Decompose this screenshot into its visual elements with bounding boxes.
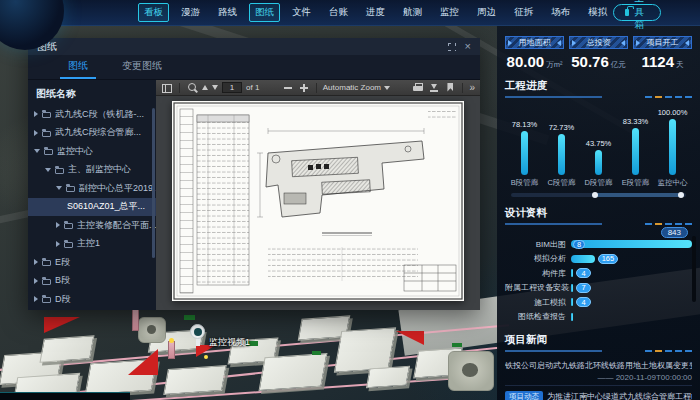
tree-item-1[interactable]: 武九线C段（铁机路-... bbox=[28, 105, 156, 124]
folder-icon bbox=[42, 131, 51, 137]
chevron-down-icon[interactable] bbox=[45, 168, 51, 172]
nav-item-9[interactable]: 监控 bbox=[434, 3, 465, 22]
nav-item-3[interactable]: 路线 bbox=[212, 3, 243, 22]
zoom-select[interactable]: Automatic Zoom bbox=[323, 83, 390, 92]
right-panel: 用地面积 80.00万m² 总投资 50.76亿元 项目开工 1124天 工程进… bbox=[497, 26, 700, 400]
design-row-label: 构件库 bbox=[505, 268, 571, 279]
design-bar-row: 图纸检查报告 bbox=[505, 310, 692, 325]
chevron-right-icon[interactable] bbox=[56, 241, 60, 247]
camera-marker-icon[interactable] bbox=[190, 324, 205, 339]
stat-label: 用地面积 bbox=[519, 37, 551, 48]
chevron-right-icon[interactable] bbox=[34, 130, 38, 136]
design-scrollbar[interactable] bbox=[692, 236, 696, 302]
stat-value: 1124 bbox=[641, 53, 674, 70]
nav-item-11[interactable]: 征拆 bbox=[508, 3, 539, 22]
pdf-viewer: of 1 Automatic Zoom » bbox=[156, 80, 480, 310]
nav-item-12[interactable]: 场布 bbox=[545, 3, 576, 22]
chevron-right-icon[interactable] bbox=[34, 111, 38, 117]
tree-item-9[interactable]: E段 bbox=[28, 253, 156, 272]
section-title: 项目新闻 bbox=[505, 333, 692, 347]
folder-icon bbox=[42, 112, 51, 118]
nav-item-1[interactable]: 看板 bbox=[138, 3, 169, 22]
news-item[interactable]: 项目动态为推进江南中心绿道武九线综合管廊工程PPP项目股权市城建局组织召开江南中… bbox=[505, 386, 692, 400]
tree-item-7[interactable]: 主控装修配合平面... bbox=[28, 216, 156, 235]
page-up-icon[interactable] bbox=[202, 85, 208, 90]
chart-zoom-slider[interactable] bbox=[511, 193, 686, 197]
expand-icon[interactable] bbox=[448, 43, 456, 51]
model-box bbox=[334, 327, 396, 373]
chevron-right-icon[interactable] bbox=[56, 222, 60, 228]
slider-handle[interactable] bbox=[678, 192, 684, 198]
nav-item-2[interactable]: 漫游 bbox=[175, 3, 206, 22]
model-box bbox=[258, 353, 327, 391]
tree-item-4[interactable]: 主、副监控中心 bbox=[28, 161, 156, 180]
slider-handle[interactable] bbox=[592, 192, 598, 198]
pdf-page-area[interactable] bbox=[156, 96, 480, 310]
bar-value-label: 78.13% bbox=[512, 120, 537, 129]
tree-item-5[interactable]: 副控中心总平2019... bbox=[28, 179, 156, 198]
nav-item-13[interactable]: 模拟 bbox=[582, 3, 613, 22]
design-bar-track: 165 bbox=[571, 255, 692, 263]
toolbox-button[interactable]: 工具箱 bbox=[613, 4, 661, 21]
camera-marker-stem bbox=[196, 338, 200, 346]
nav-item-5[interactable]: 文件 bbox=[286, 3, 317, 22]
nav-item-6[interactable]: 台账 bbox=[323, 3, 354, 22]
section-design-data: 设计资料 BIM出图8843模拟分析165构件库4附属工程设备安装7施工模拟4图… bbox=[505, 206, 692, 324]
nav-item-10[interactable]: 周边 bbox=[471, 3, 502, 22]
tab-changed-drawings[interactable]: 变更图纸 bbox=[122, 59, 162, 79]
section-divider bbox=[505, 96, 692, 98]
tab-drawings[interactable]: 图纸 bbox=[68, 59, 88, 79]
camera-marker-label[interactable]: 监控视频1 bbox=[209, 336, 250, 349]
chevron-right-icon[interactable] bbox=[34, 259, 38, 265]
chevron-down-icon[interactable] bbox=[34, 149, 40, 153]
dialog-tabs: 图纸 变更图纸 bbox=[28, 55, 480, 80]
folder-icon bbox=[64, 223, 73, 229]
tree-item-3[interactable]: 监控中心 bbox=[28, 142, 156, 161]
search-icon[interactable] bbox=[186, 82, 198, 94]
stat-value: 80.00 bbox=[507, 53, 545, 70]
stat-total-investment: 总投资 50.76亿元 bbox=[569, 36, 628, 70]
nav-item-7[interactable]: 进度 bbox=[360, 3, 391, 22]
zoom-in-icon[interactable] bbox=[298, 82, 310, 94]
design-bar bbox=[571, 298, 573, 306]
bookmark-icon[interactable] bbox=[444, 82, 456, 94]
drawings-dialog: 图纸 × 图纸 变更图纸 图纸名称 武九线C段（铁机路-...武九线C段综合管廊… bbox=[28, 38, 480, 310]
stat-label: 总投资 bbox=[587, 37, 611, 48]
tree-item-8[interactable]: 主控1 bbox=[28, 235, 156, 254]
red-marker bbox=[44, 317, 80, 333]
drawing-tree: 武九线C段（铁机路-...武九线C段综合管廊...监控中心主、副监控中心副控中心… bbox=[28, 105, 156, 309]
stat-value: 50.76 bbox=[571, 53, 609, 70]
news-item[interactable]: 铁投公司启动武九铁路北环线铁路用地土地权属变更登记工作—— 2020-11-09… bbox=[505, 355, 692, 386]
tree-item-11[interactable]: D段 bbox=[28, 290, 156, 309]
main-nav: 看板漫游路线图纸文件台账进度航测监控周边征拆场布模拟 bbox=[138, 3, 613, 22]
download-icon[interactable] bbox=[428, 82, 440, 94]
sidebar-toggle-icon[interactable] bbox=[161, 82, 173, 94]
page-number-input[interactable] bbox=[222, 82, 242, 93]
tree-item-2[interactable]: 武九线C段综合管廊... bbox=[28, 124, 156, 143]
zoom-out-icon[interactable] bbox=[282, 82, 294, 94]
section-divider bbox=[505, 223, 692, 225]
chevron-right-icon[interactable] bbox=[34, 296, 38, 302]
model-3d-scene[interactable]: 监控视频1 bbox=[0, 295, 520, 400]
nav-item-4[interactable]: 图纸 bbox=[249, 3, 280, 22]
close-icon[interactable]: × bbox=[465, 41, 471, 52]
toolbar-more-icon[interactable]: » bbox=[469, 83, 475, 93]
tree-item-6[interactable]: S0610AZ01_总平... bbox=[28, 198, 156, 217]
green-marker bbox=[312, 351, 321, 355]
progress-bar bbox=[632, 128, 639, 175]
folder-icon bbox=[44, 149, 53, 155]
tree-item-10[interactable]: B段 bbox=[28, 272, 156, 291]
tree-item-label: D段 bbox=[55, 293, 71, 306]
news-title: 为推进江南中心绿道武九线综合管廊工程PPP项目股权 bbox=[547, 390, 692, 400]
chevron-down-icon[interactable] bbox=[56, 186, 62, 190]
design-bar-row: 施工模拟4 bbox=[505, 295, 692, 310]
drawing-sheet bbox=[172, 101, 464, 301]
model-tower bbox=[448, 351, 494, 391]
slider-range[interactable] bbox=[595, 193, 681, 197]
nav-item-8[interactable]: 航测 bbox=[397, 3, 428, 22]
page-down-icon[interactable] bbox=[212, 85, 218, 90]
chevron-right-icon[interactable] bbox=[34, 278, 38, 284]
design-bar-track: 4 bbox=[571, 269, 692, 277]
print-icon[interactable] bbox=[412, 82, 424, 94]
tree-scrollbar[interactable] bbox=[152, 108, 155, 258]
